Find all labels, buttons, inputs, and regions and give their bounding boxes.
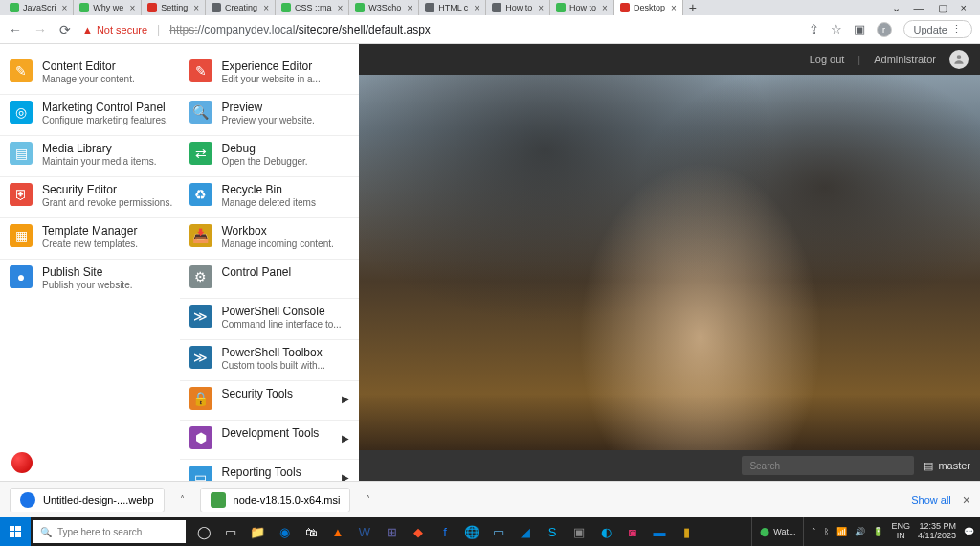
menu-item-reporting-tools[interactable]: ▭Reporting Tools▶	[180, 460, 360, 481]
close-icon[interactable]: ×	[337, 3, 343, 13]
browser-tab[interactable]: Why we×	[74, 0, 142, 15]
browser-tab[interactable]: Creating×	[206, 0, 276, 15]
menu-item-marketing-control-panel[interactable]: ◎Marketing Control PanelConfigure market…	[0, 95, 180, 136]
notepad-icon[interactable]: ▭	[486, 519, 511, 544]
menu-item-debug[interactable]: ⇄DebugOpen the Debugger.	[180, 136, 360, 177]
task-view-icon[interactable]: ▭	[218, 519, 243, 544]
minimize-icon[interactable]: —	[914, 2, 924, 14]
menu-item-preview[interactable]: 🔍PreviewPreview your website.	[180, 95, 360, 136]
download-item[interactable]: Untitled-design-....webp	[10, 488, 165, 512]
username-label[interactable]: Administrator	[874, 54, 936, 65]
browser-tab[interactable]: CSS ::ma×	[276, 0, 349, 15]
close-icon[interactable]: ×	[602, 3, 608, 13]
url-display[interactable]: https://companydev.local/sitecore/shell/…	[169, 23, 431, 36]
skype-icon[interactable]: S	[540, 519, 565, 544]
cortana-icon[interactable]: ◯	[191, 519, 216, 544]
instagram-icon[interactable]: ◙	[620, 519, 645, 544]
bluetooth-icon[interactable]: ᛒ	[824, 527, 829, 536]
file-explorer-icon[interactable]: 📁	[245, 519, 270, 544]
browser-tab-active[interactable]: Desktop×	[614, 0, 683, 15]
tab-label: W3Scho	[368, 3, 401, 12]
browser-tab[interactable]: How to×	[550, 0, 614, 15]
menu-item-template-manager[interactable]: ▦Template ManagerCreate new templates.	[0, 218, 180, 260]
menu-item-control-panel[interactable]: ⚙Control Panel	[180, 260, 360, 299]
app-icon[interactable]: ▮	[674, 519, 699, 544]
menu-item-publish-site[interactable]: ●Publish SitePublish your website.	[0, 260, 180, 300]
security-indicator[interactable]: ▲ Not secure	[82, 24, 147, 35]
chevron-right-icon: ▶	[342, 472, 349, 482]
menu-item-content-editor[interactable]: ✎Content EditorManage your content.	[0, 54, 180, 95]
sitecore-logo-icon[interactable]	[11, 452, 33, 473]
vscode-icon[interactable]: ◢	[513, 519, 538, 544]
app-icon[interactable]: ◐	[593, 519, 618, 544]
language-indicator[interactable]: ENGIN	[891, 522, 910, 541]
new-tab-button[interactable]: +	[683, 0, 702, 15]
close-icon[interactable]: ×	[193, 3, 199, 13]
chevron-up-icon[interactable]: ˄	[174, 494, 190, 505]
brave-icon[interactable]: ◆	[406, 519, 431, 544]
show-all-downloads-link[interactable]: Show all	[911, 494, 951, 506]
menu-item-workbox[interactable]: 📥WorkboxManage incoming content.	[180, 218, 360, 260]
chevron-up-icon[interactable]: ˄	[360, 494, 376, 505]
windows-search-input[interactable]: 🔍 Type here to search	[33, 520, 186, 543]
weather-widget[interactable]: ⬤ Wat...	[751, 517, 804, 546]
profile-avatar[interactable]: r	[877, 22, 892, 37]
menu-item-security-tools[interactable]: 🔒Security Tools▶	[180, 381, 360, 421]
close-icon[interactable]: ×	[407, 3, 412, 13]
menu-item-development-tools[interactable]: ⬢Development Tools▶	[180, 421, 360, 460]
extensions-icon[interactable]: ▣	[854, 22, 865, 36]
clock[interactable]: 12:35 PM 4/11/2023	[918, 522, 956, 541]
share-icon[interactable]: ⇪	[809, 22, 819, 36]
desktop-search-input[interactable]: Search	[742, 456, 914, 475]
close-window-icon[interactable]: ×	[961, 2, 967, 14]
logout-link[interactable]: Log out	[810, 54, 845, 65]
menu-item-powershell-console[interactable]: ≫PowerShell ConsoleCommand line interfac…	[180, 299, 360, 340]
tray-chevron-icon[interactable]: ˄	[812, 527, 816, 536]
word-icon[interactable]: W	[352, 519, 377, 544]
app-icon[interactable]: ▬	[647, 519, 672, 544]
app-icon: ●	[10, 265, 33, 288]
forward-button[interactable]: →	[33, 22, 48, 37]
user-avatar-icon[interactable]	[949, 50, 969, 69]
back-button[interactable]: ←	[8, 22, 23, 37]
battery-icon[interactable]: 🔋	[873, 527, 883, 536]
download-item[interactable]: node-v18.15.0-x64.msi	[200, 488, 351, 512]
app-icon[interactable]: ▣	[567, 519, 591, 544]
notifications-icon[interactable]: 💬	[964, 527, 974, 536]
update-button[interactable]: Update⋮	[903, 20, 972, 38]
close-icon[interactable]: ×	[671, 3, 677, 13]
browser-tab[interactable]: How to×	[486, 0, 550, 15]
teams-icon[interactable]: ⊞	[379, 519, 404, 544]
browser-tab[interactable]: W3Scho×	[349, 0, 419, 15]
edge-icon[interactable]: ◉	[272, 519, 297, 544]
chevron-down-icon[interactable]: ⌄	[892, 2, 901, 14]
close-icon[interactable]: ×	[62, 3, 68, 13]
weather-text: Wat...	[773, 527, 795, 536]
menu-item-title: Control Panel	[222, 265, 350, 279]
facebook-icon[interactable]: f	[433, 519, 457, 544]
maximize-icon[interactable]: ▢	[938, 2, 947, 14]
database-selector[interactable]: ▤ master	[924, 460, 970, 472]
menu-item-security-editor[interactable]: ⛨Security EditorGrant and revoke permiss…	[0, 177, 180, 218]
store-icon[interactable]: 🛍	[299, 519, 323, 544]
menu-item-recycle-bin[interactable]: ♻Recycle BinManage deleted items	[180, 177, 360, 218]
start-button[interactable]	[0, 517, 31, 546]
close-icon[interactable]: ×	[263, 3, 269, 13]
bookmark-icon[interactable]: ☆	[831, 22, 842, 36]
close-icon[interactable]: ×	[538, 3, 544, 13]
app-icon[interactable]: ▲	[325, 519, 350, 544]
menu-item-experience-editor[interactable]: ✎Experience EditorEdit your website in a…	[180, 54, 360, 95]
menu-item-media-library[interactable]: ▤Media LibraryMaintain your media items.	[0, 136, 180, 177]
browser-tab[interactable]: Setting×	[142, 0, 206, 15]
browser-tab[interactable]: JavaScri×	[4, 0, 74, 15]
volume-icon[interactable]: 🔊	[855, 527, 865, 536]
wifi-icon[interactable]: 📶	[836, 527, 847, 536]
browser-tab[interactable]: HTML c×	[419, 0, 486, 15]
svg-rect-4	[15, 532, 21, 537]
chrome-icon[interactable]: 🌐	[459, 519, 484, 544]
close-icon[interactable]: ×	[474, 3, 479, 13]
reload-button[interactable]: ⟳	[57, 22, 73, 37]
menu-item-powershell-toolbox[interactable]: ≫PowerShell ToolboxCustom tools built wi…	[180, 340, 360, 381]
close-downloads-icon[interactable]: ×	[963, 492, 970, 508]
close-icon[interactable]: ×	[129, 3, 135, 13]
